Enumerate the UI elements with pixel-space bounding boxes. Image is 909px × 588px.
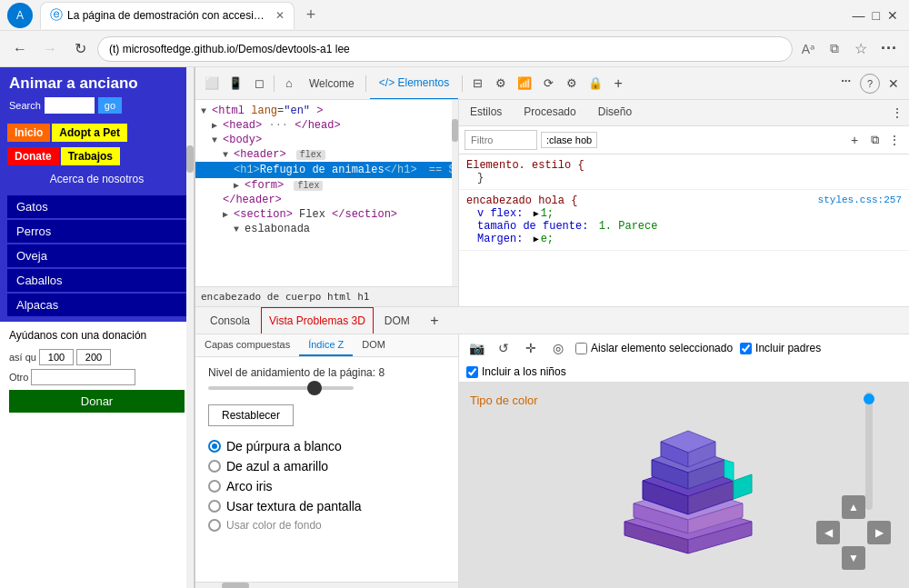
browser-tab[interactable]: ⓔ La página de demostración con accesibi…	[40, 2, 295, 29]
dom-line-eslabonada[interactable]: ▼ eslabonada	[195, 222, 458, 236]
animal-gatos[interactable]: Gatos	[7, 195, 186, 218]
webpage-scrollbar[interactable]	[186, 67, 194, 588]
target-icon[interactable]: ◎	[548, 338, 568, 358]
donate-button[interactable]: Donar	[9, 390, 185, 413]
tab-diseno[interactable]: Diseño	[587, 100, 643, 125]
tab-close-icon[interactable]: ✕	[275, 9, 285, 22]
dt-more-btn[interactable]: ···	[835, 74, 856, 94]
search-go-button[interactable]: go	[98, 97, 122, 114]
dom-line-html[interactable]: ▼ <html lang="en" >	[195, 104, 458, 118]
dt-help-btn[interactable]: ?	[860, 74, 880, 94]
arrow-down-btn[interactable]: ▼	[842, 546, 865, 570]
screenshot-icon[interactable]: 📷	[466, 338, 486, 358]
acerca-section[interactable]: Acerca de nosotros	[0, 168, 194, 190]
nav-inicio-btn[interactable]: Inicio	[7, 124, 50, 142]
arrow-left-btn[interactable]: ◀	[816, 521, 840, 544]
nav-trabajos-btn[interactable]: Trabajos	[61, 147, 120, 165]
donation-amount1[interactable]	[39, 349, 74, 365]
radio-rainbow[interactable]: Arco iris	[208, 479, 445, 493]
maximize-btn[interactable]: □	[873, 8, 880, 23]
donation-other-input[interactable]	[31, 369, 135, 385]
tab-dom[interactable]: DOM	[377, 307, 417, 334]
application-icon[interactable]: ⚙	[561, 73, 583, 95]
elements-tab[interactable]: </> Elementos	[370, 67, 458, 100]
isolate-checkbox[interactable]	[575, 343, 587, 354]
style-source-link[interactable]: styles.css:257	[818, 194, 902, 207]
animal-perros[interactable]: Perros	[7, 220, 186, 243]
dom-line-head[interactable]: ▶ <head> ··· </head>	[195, 118, 458, 133]
favorites-icon[interactable]: ☆	[850, 38, 872, 60]
welcome-tab[interactable]: Welcome	[302, 67, 362, 100]
cls-button[interactable]: :clase hob	[541, 132, 597, 148]
tab-consola[interactable]: Consola	[203, 307, 257, 334]
dt-close-btn[interactable]: ✕	[884, 74, 904, 94]
include-parents-checkbox[interactable]	[740, 343, 752, 354]
radio-purple[interactable]: De púrpura a blanco	[208, 439, 445, 453]
network-icon[interactable]: ⊟	[466, 73, 488, 95]
layers-sub-tab-dom[interactable]: DOM	[353, 334, 395, 356]
inspect-icon[interactable]: ⬜	[201, 73, 223, 95]
dom-line-section[interactable]: ▶ <section> Flex </section>	[195, 207, 458, 222]
donation-amount2[interactable]	[76, 349, 111, 365]
refresh-btn[interactable]: ↻	[67, 36, 93, 62]
dom-line-form[interactable]: ▶ <form> flex	[195, 178, 458, 193]
radio-blue[interactable]: De azul a amarillo	[208, 459, 445, 473]
styles-filter-input[interactable]	[464, 130, 537, 150]
vertical-slider[interactable]	[865, 392, 873, 510]
view3d-canvas[interactable]: Tipo de color	[459, 383, 909, 588]
tab-vista-problemas-3d[interactable]: Vista Problemas 3D	[261, 307, 374, 334]
dom-line-h1[interactable]: <h1>Refugio de animales</h1> == $0	[195, 162, 458, 178]
forward-btn[interactable]: →	[37, 36, 63, 62]
minimize-btn[interactable]: —	[853, 8, 865, 23]
radio-texture[interactable]: Usar textura de pantalla	[208, 499, 445, 513]
elements-icon[interactable]: ◻	[248, 73, 270, 95]
sources-icon[interactable]: ⚙	[490, 73, 512, 95]
dom-scrollbar[interactable]	[452, 100, 458, 286]
search-input[interactable]	[45, 97, 95, 114]
copy-style-icon[interactable]: ⧉	[865, 131, 884, 149]
back-btn[interactable]: ←	[7, 36, 33, 62]
include-parents-label[interactable]: Incluir padres	[740, 342, 821, 354]
arrow-right-btn[interactable]: ▶	[867, 521, 891, 544]
more-style-icon[interactable]: ⋮	[885, 131, 904, 149]
layers-scrollbar[interactable]	[195, 582, 458, 588]
arrow-up-btn[interactable]: ▲	[842, 495, 865, 519]
new-style-icon[interactable]: +	[845, 131, 864, 149]
performance-icon[interactable]: 📶	[514, 73, 535, 95]
home-icon[interactable]: ⌂	[278, 73, 300, 95]
v-slider-thumb[interactable]	[864, 394, 874, 404]
include-children-checkbox[interactable]	[466, 366, 478, 378]
new-tab-btn[interactable]: +	[298, 3, 324, 28]
add-tab-btn[interactable]: +	[608, 74, 628, 94]
dom-line-header-close[interactable]: </header>	[195, 193, 458, 207]
tab-estilos[interactable]: Estilos	[459, 100, 513, 125]
reset-btn[interactable]: Restablecer	[208, 404, 294, 426]
memory-icon[interactable]: ⟳	[537, 73, 559, 95]
add-bottom-tab-btn[interactable]: +	[425, 311, 445, 331]
nesting-slider-thumb[interactable]	[307, 381, 322, 395]
nav-adopt-btn[interactable]: Adopt a Pet	[52, 124, 127, 142]
dom-line-header[interactable]: ▼ <header> flex	[195, 147, 458, 162]
dom-line-body[interactable]: ▼ <body>	[195, 133, 458, 147]
layers-sub-tab-zindex[interactable]: Índice Z	[299, 334, 353, 356]
animal-oveja[interactable]: Oveja	[7, 244, 186, 267]
move-icon[interactable]: ✛	[521, 338, 541, 358]
layers-sub-tab-composite[interactable]: Capas compuestas	[195, 334, 299, 356]
address-input[interactable]	[97, 36, 793, 62]
close-btn[interactable]: ✕	[887, 8, 898, 23]
nav-donate-btn[interactable]: Donate	[7, 147, 59, 165]
read-aloud-icon[interactable]: Aᵃ	[797, 38, 819, 60]
include-children-label[interactable]: Incluir a los niños	[466, 365, 566, 378]
device-icon[interactable]: 📱	[225, 73, 246, 95]
more-options-btn[interactable]: ···	[876, 36, 902, 62]
profile-icon[interactable]: A	[7, 3, 33, 28]
radio-bgcolor[interactable]: Usar color de fondo	[208, 519, 445, 532]
animal-caballos[interactable]: Caballos	[7, 269, 186, 292]
reset-view-icon[interactable]: ↺	[494, 338, 514, 358]
tab-procesado[interactable]: Procesado	[513, 100, 586, 125]
isolate-checkbox-label[interactable]: Aislar elemento seleccionado	[575, 342, 733, 354]
styles-options-btn[interactable]: ⋮	[891, 105, 904, 120]
split-screen-icon[interactable]: ⧉	[824, 38, 845, 60]
animal-alpacas[interactable]: Alpacas	[7, 294, 186, 316]
security-icon[interactable]: 🔒	[584, 73, 606, 95]
